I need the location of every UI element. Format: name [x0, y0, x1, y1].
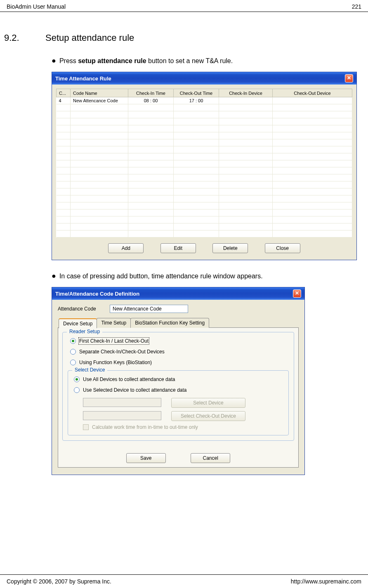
- bullet-1-bold: setup attendance rule: [78, 57, 146, 64]
- titlebar: Time Attendance Rule ✕: [52, 72, 356, 85]
- col-checkin-time[interactable]: Check-In Time: [128, 89, 174, 97]
- rules-table: C... Code Name Check-In Time Check-Out T…: [56, 89, 352, 238]
- bullet-1-suffix: button to set a new T&A rule.: [146, 57, 233, 64]
- radio-use-all-devices-label: Use All Devices to collect attendance da…: [83, 376, 175, 382]
- radio-separate-devices[interactable]: [70, 349, 76, 355]
- tab-device-setup[interactable]: Device Setup: [59, 318, 97, 328]
- bullet-2-text: In case of pressing add button, time att…: [59, 273, 263, 280]
- cell-code: 4: [57, 97, 71, 104]
- cell-outd: [273, 97, 352, 104]
- save-button[interactable]: Save: [126, 453, 166, 463]
- tab-time-setup[interactable]: Time Setup: [97, 318, 131, 328]
- radio-use-all-devices[interactable]: [74, 376, 80, 382]
- tab-panel: Reader Setup First Check-In / Last Check…: [58, 327, 299, 468]
- window-title: Time Attendance Rule: [55, 75, 111, 82]
- bullet-1-prefix: Press: [59, 57, 78, 64]
- attendance-code-input[interactable]: [110, 305, 188, 313]
- reader-setup-legend: Reader Setup: [67, 329, 102, 334]
- bullet-icon: ●: [52, 56, 56, 65]
- page-footer: Copyright © 2006, 2007 by Suprema Inc. h…: [0, 574, 368, 588]
- close-button[interactable]: Close: [265, 243, 300, 253]
- cell-out: 17 : 00: [174, 97, 219, 104]
- header-title: BioAdmin User Manual: [7, 3, 66, 10]
- attendance-code-label: Attendance Code: [58, 306, 110, 312]
- section-title: Setup attendance rule: [45, 33, 134, 43]
- bullet-icon: ●: [52, 272, 56, 280]
- col-code[interactable]: C...: [57, 89, 71, 97]
- delete-button[interactable]: Delete: [212, 243, 248, 253]
- footer-url: http://www.supremainc.com: [291, 578, 361, 585]
- table-row[interactable]: 4 New Attencance Code 08 : 00 17 : 00: [57, 97, 352, 104]
- time-attendance-rule-window: Time Attendance Rule ✕ C... Code Name Ch…: [52, 72, 357, 260]
- add-button[interactable]: Add: [108, 243, 144, 253]
- col-name[interactable]: Code Name: [71, 89, 128, 97]
- select-checkout-device-button: Select Check-Out Device: [171, 411, 245, 421]
- radio-use-selected-device-label: Use Selected Device to collect attendanc…: [83, 387, 186, 393]
- bullet-2: ● In case of pressing add button, time a…: [52, 272, 364, 280]
- radio-first-last-label: First Check-In / Last Check-Out: [79, 338, 149, 344]
- calc-worktime-checkbox: [83, 424, 89, 430]
- device-1-input: [83, 398, 161, 407]
- cell-ind: [219, 97, 273, 104]
- bullet-1: ● Press setup attendance rule button to …: [52, 56, 364, 65]
- radio-use-selected-device[interactable]: [74, 387, 80, 393]
- col-checkin-device[interactable]: Check-In Device: [219, 89, 273, 97]
- radio-separate-devices-label: Separate Check-In/Check-Out Devices: [79, 349, 165, 355]
- reader-setup-group: Reader Setup First Check-In / Last Check…: [62, 332, 294, 441]
- tab-strip: Device Setup Time Setup BioStation Funct…: [58, 318, 299, 328]
- window-title: Time/Attendance Code Definition: [55, 291, 139, 297]
- col-checkout-time[interactable]: Check-Out Time: [174, 89, 219, 97]
- cell-name: New Attencance Code: [71, 97, 128, 104]
- radio-function-keys-label: Using Function Keys (BioStation): [79, 360, 152, 365]
- radio-function-keys[interactable]: [70, 360, 76, 365]
- tab-biostation-fkey[interactable]: BioStation Function Key Setting: [130, 318, 209, 328]
- radio-first-last[interactable]: [70, 338, 76, 344]
- select-device-group: Select Device Use All Devices to collect…: [68, 370, 289, 435]
- footer-copyright: Copyright © 2006, 2007 by Suprema Inc.: [7, 578, 111, 585]
- select-device-button: Select Device: [171, 398, 245, 408]
- device-2-input: [83, 411, 161, 420]
- section-heading: 9.2. Setup attendance rule: [4, 33, 364, 43]
- close-icon[interactable]: ✕: [345, 74, 353, 82]
- close-icon[interactable]: ✕: [293, 289, 301, 298]
- page-number: 221: [352, 3, 361, 10]
- col-checkout-device[interactable]: Check-Out Device: [273, 89, 352, 97]
- cancel-button[interactable]: Cancel: [191, 453, 230, 463]
- select-device-legend: Select Device: [72, 367, 107, 373]
- page-header: BioAdmin User Manual 221: [0, 0, 368, 12]
- cell-in: 08 : 00: [128, 97, 174, 104]
- edit-button[interactable]: Edit: [160, 243, 196, 253]
- code-definition-window: Time/Attendance Code Definition ✕ Attend…: [52, 287, 305, 475]
- titlebar: Time/Attendance Code Definition ✕: [52, 287, 304, 300]
- section-number: 9.2.: [4, 33, 45, 43]
- calc-worktime-label: Calculate work time from in-time to out-…: [92, 424, 198, 430]
